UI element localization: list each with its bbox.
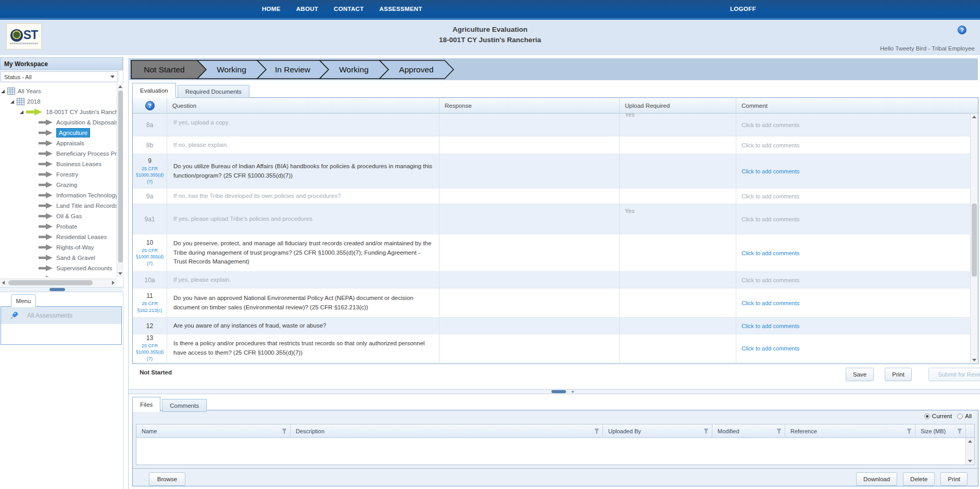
panel-splitter[interactable] (129, 389, 980, 394)
files-vertical-scrollbar[interactable] (965, 438, 974, 465)
filter-funnel-icon[interactable] (957, 429, 962, 434)
add-comment-link[interactable]: Click to add comments (742, 345, 799, 352)
add-comment-link[interactable]: Click to add comments (742, 300, 799, 306)
scroll-up-icon[interactable] (117, 85, 123, 88)
help-icon[interactable]: ? (958, 26, 966, 34)
question-number: 13 (146, 334, 153, 342)
tab-files[interactable]: Files (132, 397, 160, 412)
comment-cell: Click to add comments (736, 114, 978, 136)
cfr-reference-link[interactable]: 25 CFR §1000.355(d)(7) (135, 247, 165, 266)
tree-item-appraisals[interactable]: Appraisals (0, 138, 117, 148)
scroll-up-icon[interactable] (966, 440, 974, 443)
tree-item-grazing[interactable]: Grazing (0, 180, 117, 190)
response-cell[interactable] (439, 289, 620, 317)
tree-item-sand-gravel[interactable]: Sand & Gravel (0, 253, 117, 263)
tree-hscroll-thumb[interactable] (8, 280, 93, 285)
tree-item-oil-gas[interactable]: Oil & Gas (0, 211, 117, 221)
nav-item-assessment[interactable]: ASSESSMENT (380, 6, 422, 12)
scroll-right-icon[interactable] (112, 281, 115, 285)
nav-item-contact[interactable]: CONTACT (334, 6, 363, 12)
files-divider (133, 468, 978, 469)
filter-funnel-icon[interactable] (776, 429, 782, 434)
cfr-reference-link[interactable]: 25 CFR §1000.355(d)(7) (135, 343, 165, 361)
tree-expander-icon[interactable] (10, 100, 14, 104)
tab-menu[interactable]: Menu (11, 294, 36, 307)
grid-help-icon[interactable]: ? (145, 101, 155, 110)
radio-button[interactable] (924, 413, 930, 419)
tree-item-supervised-accounts[interactable]: Supervised Accounts (0, 263, 117, 273)
evaluation-vertical-scrollbar[interactable] (970, 114, 978, 363)
scroll-left-icon[interactable] (2, 281, 5, 285)
menu-item-all-assessments[interactable]: All Assessments (1, 307, 121, 324)
tree-vscroll-thumb[interactable] (118, 91, 123, 262)
splitter-handle[interactable] (551, 390, 566, 393)
collapse-caret-icon[interactable] (571, 391, 574, 393)
filter-funnel-icon[interactable] (907, 429, 912, 434)
cfr-reference-link[interactable]: 25 CFR §162.213(c) (135, 300, 165, 313)
download-button[interactable]: Download (856, 472, 897, 486)
cfr-reference-link[interactable]: 25 CFR §1000.355(d)(7) (135, 166, 165, 184)
tree-item-probate[interactable]: Probate (0, 221, 117, 232)
tree-item-rights-of-way[interactable]: Rights-of-Way (0, 242, 117, 253)
add-comment-link: Click to add comments (742, 277, 799, 283)
program-arrow-icon (39, 255, 53, 261)
radio-button[interactable] (957, 413, 963, 419)
tree-item-2018[interactable]: 2018 (0, 96, 117, 107)
tree-item-label: Supervised Accounts (56, 265, 112, 271)
tree-item-agriculture[interactable]: Agriculture (0, 128, 117, 138)
tree-item-beneficiary-process-prog[interactable]: Beneficiary Process Prog (0, 148, 117, 159)
tree-item[interactable] (0, 273, 117, 277)
tab-evaluation[interactable]: Evaluation (132, 83, 176, 98)
nav-item-logoff[interactable]: LOGOFF (730, 0, 756, 18)
tree-item-residential-leases[interactable]: Residential Leases (0, 232, 117, 242)
nav-item-about[interactable]: ABOUT (296, 6, 318, 12)
tree-expander-icon[interactable] (20, 110, 23, 114)
scroll-down-icon[interactable] (971, 359, 978, 361)
response-cell[interactable] (439, 318, 620, 334)
workspace-panel: My Workspace Status - All All Years20181… (0, 57, 123, 489)
response-cell[interactable] (439, 234, 620, 271)
radio-option-current[interactable]: Current (924, 413, 952, 419)
tree-item-acquisition-disposals[interactable]: Acquisition & Disposals (0, 117, 117, 128)
status-filter-select[interactable]: Status - All (1, 71, 118, 82)
tree-item-18-001t-cy-justin-s-ranch[interactable]: 18-001T CY Justin's Ranch (0, 107, 117, 117)
scroll-down-icon[interactable] (117, 272, 123, 275)
delete-button[interactable]: Delete (903, 472, 935, 486)
tree-item-business-leases[interactable]: Business Leases (0, 159, 117, 169)
tab-required-documents[interactable]: Required Documents (178, 85, 249, 98)
question-cell: If no, please explain. (167, 136, 439, 154)
scroll-down-icon[interactable] (966, 460, 974, 462)
response-cell[interactable] (439, 154, 620, 188)
splitter-handle[interactable] (49, 288, 65, 291)
response-cell[interactable] (439, 334, 620, 362)
print-button[interactable]: Print (885, 368, 912, 381)
scroll-up-icon[interactable] (971, 116, 978, 118)
tree-vertical-scrollbar[interactable] (117, 83, 123, 277)
evaluation-row-11: 1125 CFR §162.213(c)Do you have an appro… (133, 289, 978, 318)
save-button[interactable]: Save (846, 368, 874, 381)
sidebar-splitter[interactable] (0, 287, 123, 292)
tree-item-all-years[interactable]: All Years (0, 86, 117, 96)
tree-item-forestry[interactable]: Forestry (0, 169, 117, 180)
tree-expander-icon[interactable] (1, 90, 5, 93)
browse-button[interactable]: Browse (149, 472, 185, 486)
filter-funnel-icon[interactable] (594, 429, 599, 434)
add-comment-link[interactable]: Click to add comments (742, 323, 799, 329)
tab-comments[interactable]: Comments (162, 399, 207, 412)
add-comment-link[interactable]: Click to add comments (742, 168, 799, 174)
submit-for-review-button[interactable]: Submit for Review (928, 368, 980, 381)
filter-funnel-icon[interactable] (703, 429, 709, 434)
response-cell (439, 114, 620, 136)
nav-item-home[interactable]: HOME (262, 6, 281, 12)
radio-option-all[interactable]: All (957, 413, 972, 419)
tree-item-land-title-and-records-o[interactable]: Land Title and Records O (0, 200, 117, 211)
add-comment-link: Click to add comments (742, 193, 799, 199)
print-files-button[interactable]: Print (940, 472, 968, 486)
filter-funnel-icon[interactable] (282, 429, 287, 434)
question-cell: If yes, please upload Tribe's policies a… (167, 204, 439, 234)
response-cell (439, 204, 620, 234)
add-comment-link[interactable]: Click to add comments (742, 250, 799, 256)
evaluation-vscroll-thumb[interactable] (972, 204, 977, 277)
tree-horizontal-scrollbar[interactable] (0, 279, 117, 286)
tree-item-information-technology[interactable]: Information Technology (0, 190, 117, 200)
